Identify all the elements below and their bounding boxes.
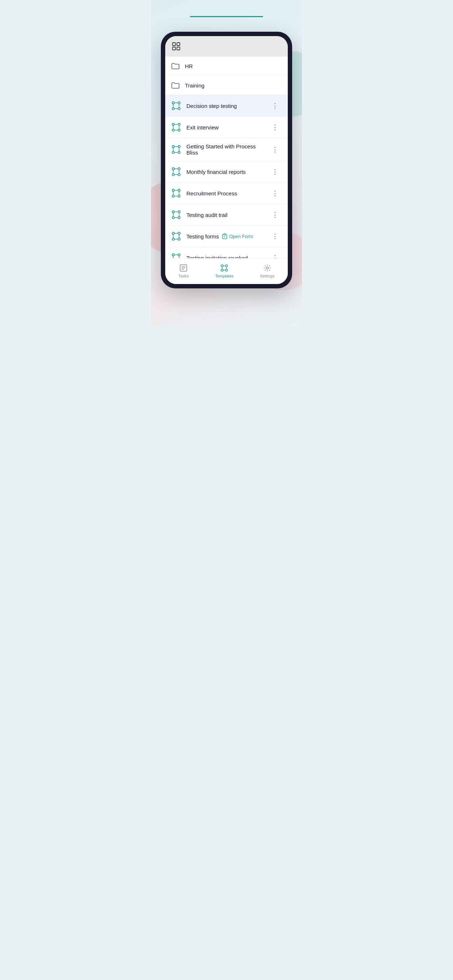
process-item-3[interactable]: Monthly financial reports ⋮ [165,161,288,183]
clipboard-icon-6 [222,233,228,239]
svg-point-76 [225,265,228,267]
open-form-badge-6[interactable]: Open Form [222,233,253,239]
three-dots-4[interactable]: ⋮ [269,188,282,199]
svg-point-15 [178,129,180,131]
process-icon-1 [171,122,181,132]
svg-point-47 [178,216,180,219]
list-area[interactable]: HR Training [165,57,288,258]
svg-point-23 [178,151,180,153]
folder-icon-training [171,81,180,90]
svg-point-13 [178,123,180,126]
bottom-nav: Tasks [165,258,288,284]
svg-point-28 [172,168,174,170]
svg-point-6 [172,108,174,110]
svg-point-7 [178,108,180,110]
process-list: Decision step testing ⋮ Exit interview ⋮ [165,95,288,258]
phone-screen: HR Training [165,36,288,284]
process-icon-5 [171,210,181,220]
svg-point-36 [172,189,174,191]
process-item-1[interactable]: Exit interview ⋮ [165,117,288,138]
svg-rect-60 [222,234,227,239]
three-dots-3[interactable]: ⋮ [269,166,282,177]
svg-point-14 [172,129,174,131]
svg-point-46 [172,216,174,219]
svg-rect-2 [172,47,175,50]
process-icon-2 [171,145,181,154]
process-content-3: Monthly financial reports [187,169,264,175]
process-icon-0 [171,100,181,111]
process-content-4: Recruitment Process [187,190,264,197]
process-icon-7 [171,253,181,258]
settings-icon [263,264,272,272]
svg-point-4 [172,102,174,104]
process-name-2: Getting Started with Process Bliss [187,143,264,156]
svg-point-78 [225,269,228,271]
nav-item-settings[interactable]: Settings [253,262,282,280]
three-dots-0[interactable]: ⋮ [269,100,282,111]
process-item-7[interactable]: Testing invitation revoked ⋮ [165,247,288,258]
folder-label-training: Training [185,83,205,89]
svg-point-75 [221,265,223,267]
process-name-6: Testing forms [187,233,219,240]
svg-rect-3 [177,47,180,50]
svg-point-22 [172,151,174,153]
process-content-6: Testing forms Open Form [187,233,264,240]
svg-point-45 [178,211,180,213]
folder-item-hr[interactable]: HR [165,57,288,76]
svg-point-30 [172,173,174,176]
three-dots-1[interactable]: ⋮ [269,122,282,133]
three-dots-7[interactable]: ⋮ [269,252,282,258]
svg-point-64 [178,254,180,256]
process-icon-3 [171,167,181,177]
process-item-5[interactable]: Testing audit trail ⋮ [165,204,288,226]
process-name-3: Monthly financial reports [187,169,246,175]
svg-point-29 [178,168,180,170]
svg-point-20 [172,145,174,148]
process-name-1: Exit interview [187,124,219,130]
svg-point-44 [172,211,174,213]
svg-point-5 [178,102,180,104]
tasks-icon [179,264,188,272]
process-item-4[interactable]: Recruitment Process ⋮ [165,183,288,204]
logo-underline [190,16,263,17]
process-content-5: Testing audit trail [187,212,264,218]
folder-label-hr: HR [185,63,193,69]
org-header [165,36,288,57]
svg-point-39 [178,195,180,197]
header [190,14,263,21]
svg-point-77 [221,269,223,271]
templates-icon [220,264,229,272]
org-icon [171,41,181,51]
nav-label-templates: Templates [215,274,233,278]
three-dots-2[interactable]: ⋮ [269,144,282,155]
svg-rect-1 [177,43,180,46]
svg-point-55 [178,238,180,240]
svg-point-12 [172,123,174,126]
nav-item-tasks[interactable]: Tasks [171,262,196,280]
process-name-5: Testing audit trail [187,212,228,218]
folder-item-training[interactable]: Training [165,76,288,95]
three-dots-5[interactable]: ⋮ [269,209,282,220]
page-wrapper: HR Training [151,0,302,327]
svg-point-83 [266,267,268,269]
svg-point-53 [178,232,180,234]
process-item-0[interactable]: Decision step testing ⋮ [165,95,288,117]
phone-frame: HR Training [161,32,292,288]
process-content-0: Decision step testing [187,103,264,109]
process-item-6[interactable]: Testing forms Open Form ⋮ [165,226,288,247]
folder-icon-hr [171,62,180,70]
nav-label-settings: Settings [260,274,274,278]
svg-point-38 [172,195,174,197]
svg-point-54 [172,238,174,240]
process-content-7: Testing invitation revoked [187,255,264,258]
process-icon-4 [171,188,181,198]
nav-item-templates[interactable]: Templates [208,262,241,280]
process-icon-6 [171,231,181,241]
three-dots-6[interactable]: ⋮ [269,231,282,242]
svg-point-31 [178,173,180,176]
process-name-4: Recruitment Process [187,190,237,197]
open-form-label-6: Open Form [229,234,253,239]
svg-point-37 [178,189,180,191]
process-content-1: Exit interview [187,124,264,130]
process-item-2[interactable]: Getting Started with Process Bliss ⋮ [165,138,288,161]
